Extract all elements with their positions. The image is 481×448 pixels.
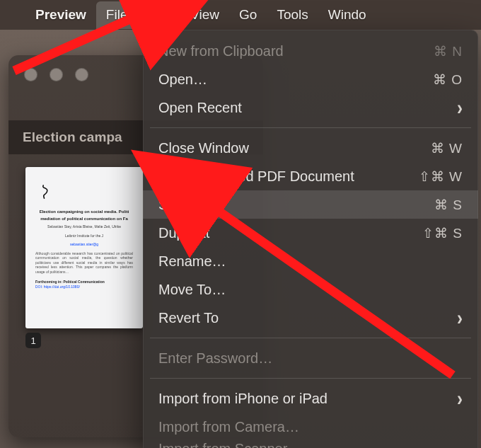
menu-item-label: Save [158,197,434,213]
menu-item-enter-password[interactable]: Enter Password… [143,344,478,372]
menubar-item-go[interactable]: Go [229,1,267,29]
menu-item-import-camera[interactable]: Import from Camera… [143,413,478,441]
page-number-badge: 1 [25,333,41,348]
menubar-item-view[interactable]: View [180,1,229,29]
menu-item-label: Import from Camera… [158,419,463,435]
zoom-icon[interactable] [75,68,88,81]
thumb-affiliation: Leibniz Institute for the J [35,234,133,239]
menu-separator [150,127,471,128]
menu-item-duplicate[interactable]: Duplicat ⇧⌘ S [143,219,478,247]
menu-item-label: Rename… [158,253,463,270]
menu-item-rename[interactable]: Rename… [143,247,478,275]
document-title: Election campa [23,130,122,145]
menu-item-close-window[interactable]: Close Window ⌘ W [143,134,478,162]
menu-item-label: Enter Password… [158,350,463,367]
menu-item-shortcut: ⇧⌘ S [422,225,463,241]
menu-item-move-to[interactable]: Move To… [143,275,478,304]
menubar-item-file[interactable]: File [96,1,138,29]
menu-bar: Preview File Edit View Go Tools Windo [0,0,481,30]
menu-item-shortcut: ⌘ N [434,43,463,59]
thumb-doi: DOI: https://doi.org/10.1080/ [35,285,80,289]
thumb-email: sebastian.stier@g [70,242,98,246]
menu-separator [150,338,471,338]
menu-item-open-recent[interactable]: Open Recent › [143,93,478,122]
menu-item-label: Move To… [158,282,463,298]
menu-item-open[interactable]: Open… ⌘ O [143,65,478,93]
menu-item-shortcut: ⌘ S [434,197,463,213]
thumb-title-1: Election campaigning on social media. Po… [35,209,133,215]
menu-item-new-from-clipboard[interactable]: New from Clipboard ⌘ N [143,37,478,65]
menu-item-shortcut: ⌘ O [433,71,463,88]
menu-item-label: Import from Scanner [158,441,287,448]
menu-item-revert-to[interactable]: Revert To › [143,304,478,332]
menu-item-shortcut: ⌘ W [431,140,463,156]
menu-item-shortcut: ⇧⌘ W [419,168,463,185]
menu-item-import-scanner[interactable]: Import from Scanner [143,441,478,448]
menu-item-label: Revert To [158,310,457,326]
page-thumbnail[interactable]: Election campaigning on social media. Po… [25,167,143,328]
thumb-abstract: Although considerable research has conce… [35,251,133,275]
menu-item-label: Open Recent [158,100,457,116]
thumb-byline: Sebastian Stey, Arista Bleise, Malte Zei… [35,224,133,229]
menu-item-close-selected-pdf[interactable]: Close Selected PDF Document ⇧⌘ W [143,162,478,190]
chevron-right-icon: › [457,97,463,118]
menu-item-label: New from Clipboard [158,43,434,59]
menu-item-label: Import from iPhone or iPad [158,391,457,407]
menu-item-label: Open… [158,71,433,88]
menubar-item-tools[interactable]: Tools [267,1,318,29]
minimize-icon[interactable] [50,68,63,81]
window-traffic-lights[interactable] [24,68,88,81]
chevron-right-icon: › [457,388,463,409]
menu-item-import-iphone-ipad[interactable]: Import from iPhone or iPad › [143,384,478,413]
chevron-right-icon: › [457,307,463,328]
menu-separator [150,378,471,379]
menu-item-label: Close Window [158,140,431,156]
menu-item-label: Close Selected PDF Document [158,168,419,185]
thumb-title-2: mediation of political communication on … [35,217,133,222]
menubar-item-window[interactable]: Windo [318,1,376,29]
menu-item-label: Duplicat [158,225,422,241]
file-menu: New from Clipboard ⌘ N Open… ⌘ O Open Re… [143,30,478,448]
menubar-item-edit[interactable]: Edit [137,1,180,29]
signature-icon [40,183,58,201]
menu-item-save[interactable]: Save ⌘ S [143,190,478,219]
close-icon[interactable] [24,68,37,81]
menubar-app-name[interactable]: Preview [25,1,96,29]
